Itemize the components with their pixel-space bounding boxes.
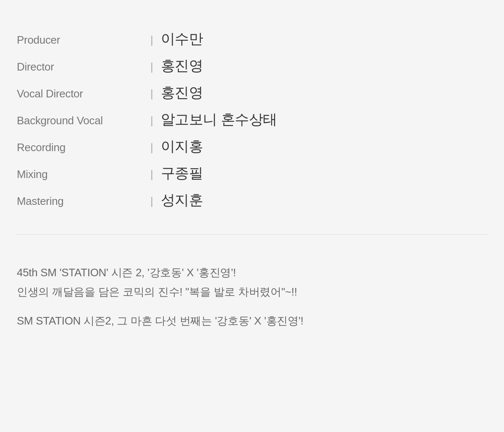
credit-row: Vocal Director|홍진영 xyxy=(17,83,487,102)
credit-divider: | xyxy=(150,141,153,154)
credit-row: Director|홍진영 xyxy=(17,56,487,76)
credit-row: Background Vocal|알고보니 혼수상태 xyxy=(17,110,487,129)
credit-divider: | xyxy=(150,87,153,100)
credit-label: Mixing xyxy=(17,168,143,181)
album-description: 45th SM 'STATION' 시즌 2, '강호동' X '홍진영'!인생… xyxy=(17,264,487,330)
credit-section: Producer|이수만Director|홍진영Vocal Director|홍… xyxy=(17,29,487,235)
album-description-line: 인생의 깨달음을 담은 코믹의 진수! "복을 발로 차버렸어"~!! xyxy=(17,283,487,301)
album-description-line: SM STATION 시즌2, 그 마흔 다섯 번째는 '강호동' X '홍진영… xyxy=(17,312,487,330)
credit-label: Background Vocal xyxy=(17,114,143,127)
credit-divider: | xyxy=(150,114,153,127)
credit-divider: | xyxy=(150,168,153,181)
credit-value: 이지홍 xyxy=(161,137,203,156)
credit-value: 알고보니 혼수상태 xyxy=(161,110,277,129)
credit-row: Mastering|성지훈 xyxy=(17,191,487,210)
credit-label: Director xyxy=(17,60,143,73)
credit-value: 구종필 xyxy=(161,164,203,183)
credit-divider: | xyxy=(150,34,153,47)
credit-rows: Producer|이수만Director|홍진영Vocal Director|홍… xyxy=(17,29,487,210)
credit-row: Recording|이지홍 xyxy=(17,137,487,156)
credit-divider: | xyxy=(150,195,153,208)
credit-value: 이수만 xyxy=(161,29,203,49)
album-section: 45th SM 'STATION' 시즌 2, '강호동' X '홍진영'!인생… xyxy=(17,235,487,330)
credit-label: Recording xyxy=(17,141,143,154)
album-description-line: 45th SM 'STATION' 시즌 2, '강호동' X '홍진영'! xyxy=(17,264,487,282)
credit-divider: | xyxy=(150,60,153,73)
credit-label: Vocal Director xyxy=(17,87,143,100)
credit-value: 홍진영 xyxy=(161,83,203,102)
credit-label: Mastering xyxy=(17,195,143,208)
credit-row: Producer|이수만 xyxy=(17,29,487,49)
page-container: Producer|이수만Director|홍진영Vocal Director|홍… xyxy=(0,0,504,348)
credit-value: 홍진영 xyxy=(161,56,203,76)
credit-row: Mixing|구종필 xyxy=(17,164,487,183)
credit-value: 성지훈 xyxy=(161,191,203,210)
credit-label: Producer xyxy=(17,34,143,47)
